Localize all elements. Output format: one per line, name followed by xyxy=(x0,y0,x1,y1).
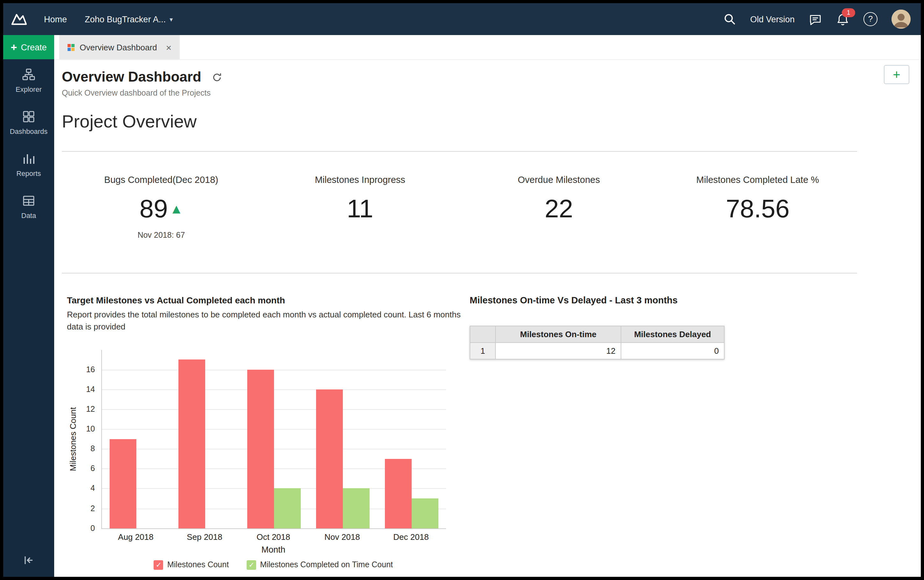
trend-up-icon: ▲ xyxy=(170,201,183,216)
kpi-bugs-completed[interactable]: Bugs Completed(Dec 2018) 89 ▲ Nov 2018: … xyxy=(62,175,261,240)
legend-checkbox[interactable]: ✓ xyxy=(154,560,163,570)
body-row: + Create Explorer Dashboards xyxy=(3,35,921,577)
sidebar-item-reports[interactable]: Reports xyxy=(3,143,54,186)
sidebar-collapse-button[interactable] xyxy=(3,550,54,570)
top-bar: Home Zoho BugTracker A... ▾ Old Version xyxy=(3,3,921,35)
avatar-image xyxy=(891,10,911,29)
x-tick-label: Dec 2018 xyxy=(377,532,446,541)
topbar-actions: Old Version 1 ? xyxy=(723,10,911,29)
sidebar-item-dashboards[interactable]: Dashboards xyxy=(3,101,54,143)
bar[interactable] xyxy=(110,439,136,528)
sidebar-item-explorer[interactable]: Explorer xyxy=(3,59,54,101)
y-tick-label: 14 xyxy=(76,385,95,394)
y-tick-label: 10 xyxy=(76,425,95,433)
notification-badge: 1 xyxy=(842,8,855,17)
x-tick-label: Nov 2018 xyxy=(308,532,377,541)
sidebar-item-data[interactable]: Data xyxy=(3,186,54,227)
bar-group-dec-2018 xyxy=(377,459,446,528)
help-icon: ? xyxy=(863,12,878,26)
bar[interactable] xyxy=(247,370,274,528)
bar[interactable] xyxy=(385,459,412,528)
dashboard-content: Overview Dashboard Quick Overview dashbo… xyxy=(54,60,921,577)
add-widget-button[interactable]: + xyxy=(884,65,909,84)
plus-icon: + xyxy=(11,42,17,53)
y-tick-label: 8 xyxy=(76,444,95,453)
table-header-index xyxy=(470,326,496,343)
y-tick-label: 16 xyxy=(76,365,95,374)
bar-group-aug-2018 xyxy=(102,439,171,528)
bar[interactable] xyxy=(412,498,439,528)
legend-item[interactable]: ✓Milestones Completed on Time Count xyxy=(247,560,393,570)
y-tick-label: 12 xyxy=(76,405,95,414)
delayed-value-cell: 0 xyxy=(621,343,724,359)
workspace-switcher[interactable]: Zoho BugTracker A... ▾ xyxy=(85,14,173,24)
ontime-value-cell: 12 xyxy=(496,343,621,359)
search-button[interactable] xyxy=(723,13,736,25)
table-header-delayed: Milestones Delayed xyxy=(621,326,724,343)
data-table-icon xyxy=(22,194,36,208)
y-tick-label: 4 xyxy=(76,484,95,493)
zoho-analytics-app: Home Zoho BugTracker A... ▾ Old Version xyxy=(3,3,921,577)
user-avatar[interactable] xyxy=(891,10,911,29)
notifications-button[interactable]: 1 xyxy=(836,12,850,26)
kpi-value: 11 xyxy=(347,194,373,223)
milestones-table: Milestones On-time Milestones Delayed 1 … xyxy=(470,326,725,359)
kpi-milestones-completed-late[interactable]: Milestones Completed Late % 78.56 xyxy=(658,175,857,240)
collapse-arrow-icon xyxy=(22,554,35,567)
kpi-value: 89 xyxy=(140,194,168,223)
tab-bar: Overview Dashboard × xyxy=(54,35,921,60)
bar-group-nov-2018 xyxy=(308,389,377,528)
legend-label: Milestones Count xyxy=(167,560,229,569)
legend-checkbox[interactable]: ✓ xyxy=(247,560,256,570)
chart-widget: Target Milestones vs Actual Completed ea… xyxy=(67,295,462,570)
table-row[interactable]: 1 12 0 xyxy=(470,343,724,359)
chart-plot xyxy=(101,349,446,529)
help-button[interactable]: ? xyxy=(863,12,878,26)
kpi-label: Overdue Milestones xyxy=(459,175,658,185)
feedback-button[interactable] xyxy=(809,12,822,26)
old-version-link[interactable]: Old Version xyxy=(750,14,795,24)
table-widget-title: Milestones On-time Vs Delayed - Last 3 m… xyxy=(470,295,725,305)
x-tick-label: Aug 2018 xyxy=(101,532,170,541)
section-title: Project Overview xyxy=(62,112,921,132)
widgets-row: Target Milestones vs Actual Completed ea… xyxy=(62,274,921,570)
y-tick-label: 6 xyxy=(76,464,95,473)
refresh-button[interactable] xyxy=(212,72,222,82)
nav-home[interactable]: Home xyxy=(44,14,67,24)
create-button[interactable]: + Create xyxy=(3,35,54,59)
x-tick-label: Oct 2018 xyxy=(239,532,308,541)
tab-label: Overview Dashboard xyxy=(80,42,157,52)
bar[interactable] xyxy=(316,389,343,528)
tab-overview-dashboard[interactable]: Overview Dashboard × xyxy=(59,35,180,59)
kpi-value: 78.56 xyxy=(726,194,789,223)
chart-widget-title: Target Milestones vs Actual Completed ea… xyxy=(67,295,462,305)
dashboard-tab-icon xyxy=(67,44,74,51)
legend-item[interactable]: ✓Milestones Count xyxy=(154,560,229,570)
sidebar-item-label: Dashboards xyxy=(10,127,48,135)
bar-chart: Milestones Count 0246810121416 xyxy=(67,349,462,528)
page-title: Overview Dashboard xyxy=(62,69,201,86)
x-tick-label: Sep 2018 xyxy=(170,532,239,541)
chevron-down-icon: ▾ xyxy=(169,16,173,23)
bar-group-oct-2018 xyxy=(240,370,308,528)
kpi-milestones-inprogress[interactable]: Milestones Inprogress 11 xyxy=(261,175,459,240)
kpi-comparison: Nov 2018: 67 xyxy=(62,231,261,240)
x-axis-title: Month xyxy=(101,545,446,554)
sidebar-item-label: Reports xyxy=(16,170,41,177)
bar[interactable] xyxy=(343,489,370,528)
zoho-analytics-logo[interactable] xyxy=(3,11,35,27)
bar-group-sep-2018 xyxy=(171,360,240,528)
plus-icon: + xyxy=(893,67,900,82)
sidebar-item-label: Data xyxy=(21,212,36,219)
bar[interactable] xyxy=(274,489,301,528)
bar[interactable] xyxy=(178,360,205,528)
explorer-icon xyxy=(22,68,36,82)
refresh-icon xyxy=(212,72,222,82)
y-axis-title: Milestones Count xyxy=(68,407,78,471)
table-widget: Milestones On-time Vs Delayed - Last 3 m… xyxy=(470,295,725,570)
row-index-cell: 1 xyxy=(470,343,496,359)
tab-close-icon[interactable]: × xyxy=(166,42,172,52)
kpi-overdue-milestones[interactable]: Overdue Milestones 22 xyxy=(459,175,658,240)
main-area: Overview Dashboard × Overview Dashboard xyxy=(54,35,921,577)
chart-widget-description: Report provides the total milestones to … xyxy=(67,309,462,333)
